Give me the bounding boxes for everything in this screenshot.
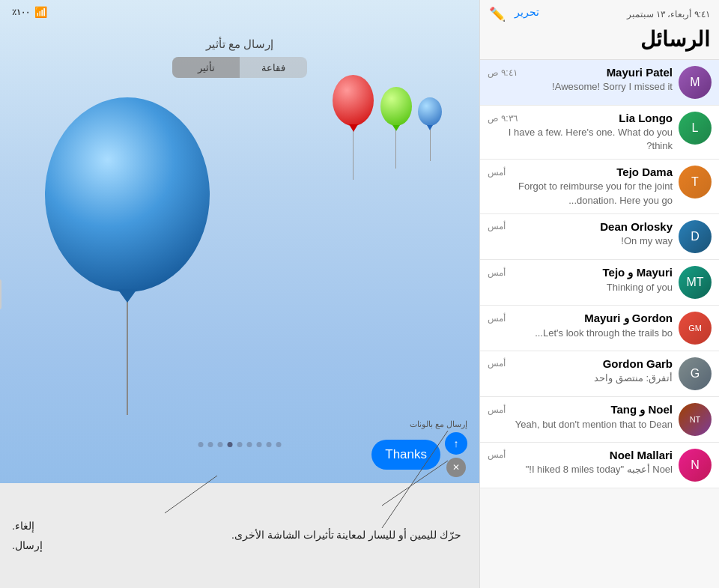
message-time-5: أمس — [488, 313, 506, 324]
cancel-button[interactable]: ✕ — [446, 458, 466, 477]
balloon-red — [333, 75, 374, 180]
annotation-area: حرّك لليمين أو لليسار لمعاينة تأثيرات ال… — [0, 483, 479, 588]
message-preview-4: Thinking of you — [488, 281, 673, 294]
large-balloon-body — [45, 97, 210, 292]
dot-9 — [276, 442, 282, 447]
balloon-blue-small-body — [418, 97, 442, 126]
effect-header: إرسال مع تأثير — [206, 37, 273, 51]
message-name-6: Gordon Garb — [603, 357, 673, 370]
avatar-3: D — [679, 220, 712, 253]
effect-tab-active[interactable]: تأثير — [172, 57, 240, 78]
tab-bubble-label: فقاعة — [261, 62, 285, 73]
dot-2 — [208, 442, 213, 447]
large-balloon-string — [127, 295, 128, 415]
message-time-3: أمس — [488, 221, 506, 231]
message-item-5[interactable]: GM Gordon و Mayuri أمس Let's look throug… — [480, 306, 719, 351]
message-item-0[interactable]: M Mayuri Patel ٩:٤١ ص Awesome! Sorry I m… — [480, 60, 719, 106]
svg-line-2 — [165, 476, 217, 513]
message-item-1[interactable]: L Lia Longo ٩:٣٦ ص I have a few. Here's … — [480, 106, 719, 160]
message-list: M Mayuri Patel ٩:٤١ ص Awesome! Sorry I m… — [480, 60, 719, 588]
message-time-8: أمس — [488, 449, 506, 460]
avatar-2: T — [679, 166, 712, 198]
message-item-2[interactable]: T Tejo Dama أمس Forgot to reimburse you … — [480, 160, 719, 213]
compose-button[interactable]: ✏️ — [489, 6, 506, 22]
dot-4-active — [228, 442, 233, 447]
balloon-blue-small — [418, 97, 442, 161]
large-balloon — [45, 97, 210, 415]
balloon-blue-small-tip — [427, 125, 433, 130]
send-annotation: إرسال. — [12, 539, 43, 551]
message-name-4: Mayuri و Tejo — [603, 266, 673, 279]
small-balloons — [333, 67, 442, 180]
header-top-bar: ٩:٤١ أربعاء، ١٣ سبتمبر تحرير ✏️ — [489, 6, 710, 22]
dot-5 — [237, 442, 243, 447]
message-item-4[interactable]: MT Mayuri و Tejo أمس Thinking of you — [480, 260, 719, 306]
message-name-1: Lia Longo — [619, 112, 673, 124]
send-with-balloons-label: إرسال مع بالونات — [410, 419, 467, 429]
dots-indicator — [198, 442, 282, 447]
message-preview-3: On my way! — [488, 234, 673, 248]
message-top-row-7: Noel و Tang أمس — [488, 403, 673, 416]
avatar-6: G — [679, 357, 712, 390]
ipad-side-button — [0, 279, 1, 309]
avatar-8: N — [679, 449, 712, 482]
header-actions: تحرير ✏️ — [489, 6, 539, 22]
effect-tab-bar[interactable]: تأثير فقاعة — [172, 57, 307, 78]
message-content-4: Mayuri و Tejo أمس Thinking of you — [488, 266, 673, 294]
balloon-green-string — [395, 127, 396, 169]
balloon-blue-small-string — [430, 127, 431, 161]
message-top-row-4: Mayuri و Tejo أمس — [488, 266, 673, 279]
header-time: ٩:٤١ أربعاء، ١٣ سبتمبر — [627, 9, 710, 19]
annotation-move-text: حرّك لليمين أو لليسار لمعاينة تأثيرات ال… — [65, 527, 461, 545]
effect-preview-panel: ٪١٠٠ 📶 إرسال مع تأثير تأثير فقاعة — [0, 0, 479, 588]
send-button[interactable]: ↑ — [445, 432, 467, 455]
dot-6 — [247, 442, 252, 447]
message-time-2: أمس — [488, 167, 506, 178]
avatar-1: L — [679, 112, 712, 145]
message-content-0: Mayuri Patel ٩:٤١ ص Awesome! Sorry I mis… — [488, 66, 673, 94]
message-preview-0: Awesome! Sorry I missed it! — [488, 80, 673, 94]
message-content-5: Gordon و Mayuri أمس Let's look through t… — [488, 312, 673, 340]
dot-1 — [198, 442, 204, 447]
balloon-red-string — [353, 127, 354, 180]
wifi-icon: 📶 — [34, 6, 47, 18]
left-status-area: ٪١٠٠ 📶 — [12, 6, 47, 18]
battery-indicator: ٪١٠٠ — [12, 7, 30, 17]
message-bubble: Thanks — [371, 440, 440, 470]
message-name-5: Gordon و Mayuri — [584, 312, 673, 325]
message-content-2: Tejo Dama أمس Forgot to reimburse you fo… — [488, 166, 673, 207]
messages-title: الرسائل — [489, 24, 710, 56]
message-send-area: إرسال مع بالونات Thanks ↑ ✕ — [371, 419, 467, 477]
message-top-row-5: Gordon و Mayuri أمس — [488, 312, 673, 325]
message-preview-8: Noel أعجبه "I hiked 8 miles today!" — [488, 463, 673, 476]
messages-panel: ٩:٤١ أربعاء، ١٣ سبتمبر تحرير ✏️ الرسائل … — [479, 0, 719, 588]
balloon-red-tip — [349, 124, 358, 132]
avatar-4: MT — [679, 266, 712, 299]
message-top-row-0: Mayuri Patel ٩:٤١ ص — [488, 66, 673, 79]
effect-tab-bubble[interactable]: فقاعة — [240, 57, 307, 78]
edit-button[interactable]: تحرير — [515, 6, 539, 22]
message-preview-5: Let's look through the trails bo... — [488, 327, 673, 340]
message-time-4: أمس — [488, 267, 506, 278]
dot-8 — [267, 442, 272, 447]
message-top-row-6: Gordon Garb أمس — [488, 357, 673, 370]
message-top-row-2: Tejo Dama أمس — [488, 166, 673, 178]
message-content-6: Gordon Garb أمس أتفرق: منتصق واحد — [488, 357, 673, 385]
message-preview-2: Forgot to reimburse you for the joint do… — [488, 180, 673, 207]
message-time-1: ٩:٣٦ ص — [488, 113, 518, 124]
message-preview-6: أتفرق: منتصق واحد — [488, 372, 673, 385]
tab-effect-label: تأثير — [198, 62, 215, 73]
avatar-0: M — [679, 66, 712, 99]
message-item-6[interactable]: G Gordon Garb أمس أتفرق: منتصق واحد — [480, 351, 719, 397]
message-item-3[interactable]: D Dean Orlosky أمس On my way! — [480, 214, 719, 260]
message-time-0: ٩:٤١ ص — [488, 67, 518, 78]
message-time-7: أمس — [488, 404, 506, 415]
effect-title: إرسال مع تأثير — [206, 37, 273, 51]
balloon-green-body — [380, 87, 412, 126]
messages-header: ٩:٤١ أربعاء، ١٣ سبتمبر تحرير ✏️ الرسائل — [480, 0, 719, 60]
message-name-3: Dean Orlosky — [600, 220, 673, 233]
balloon-green-tip — [392, 125, 400, 131]
balloon-green — [380, 87, 412, 169]
message-item-7[interactable]: NT Noel و Tang أمس Yeah, but don't menti… — [480, 397, 719, 443]
message-item-8[interactable]: N Noel Mallari أمس Noel أعجبه "I hiked 8… — [480, 443, 719, 488]
